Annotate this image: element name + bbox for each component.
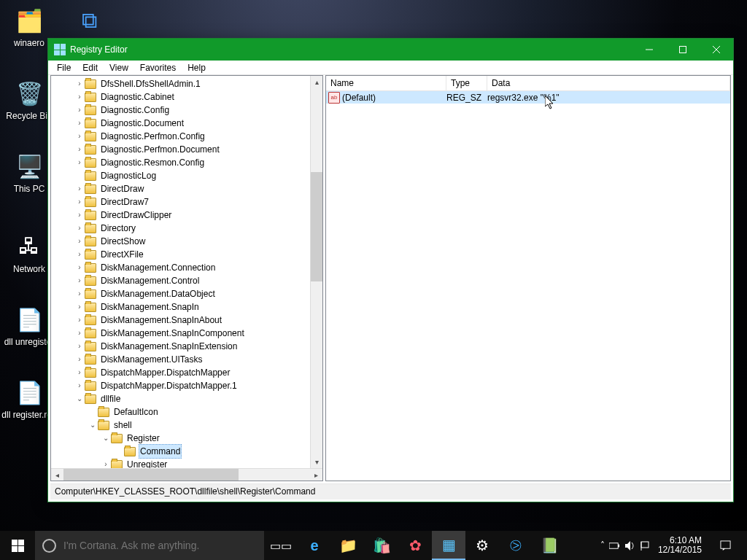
maximize-button[interactable] <box>666 39 700 61</box>
tree-node[interactable]: ›DiskManagement.SnapInExtension <box>54 340 322 353</box>
tree-node[interactable]: ⌄shell <box>54 419 322 432</box>
chevron-right-icon[interactable]: › <box>74 314 85 327</box>
desktop-icon-scripts[interactable]: ⧉ <box>61 4 117 38</box>
chevron-right-icon[interactable]: › <box>74 156 85 169</box>
tree-node[interactable]: ›Diagnostic.Document <box>54 117 322 130</box>
chevron-right-icon[interactable]: › <box>74 235 85 248</box>
taskbar-app1[interactable]: ✿ <box>398 531 432 560</box>
battery-icon[interactable] <box>609 540 620 551</box>
titlebar[interactable]: Registry Editor <box>48 39 733 61</box>
taskbar-edge[interactable]: e <box>298 531 331 560</box>
tree-vertical-scrollbar[interactable]: ▴ ▾ <box>310 76 322 468</box>
tree-node[interactable]: DefaultIcon <box>54 405 322 419</box>
tree-node[interactable]: DiagnosticLog <box>54 169 322 182</box>
tree-node[interactable]: ›DiskManagement.DataObject <box>54 287 322 300</box>
tree-node[interactable]: ›Diagnostic.Cabinet <box>54 90 322 104</box>
tree-node[interactable]: ›DirectDraw7 <box>54 195 322 209</box>
start-button[interactable] <box>0 531 35 560</box>
tree-node[interactable]: ›Diagnostic.Perfmon.Document <box>54 143 322 156</box>
chevron-right-icon[interactable]: › <box>74 222 85 235</box>
tree-node[interactable]: ⌄Register <box>54 432 322 445</box>
chevron-right-icon[interactable]: › <box>74 90 85 104</box>
tree-node[interactable]: ›DiskManagement.UITasks <box>54 353 322 366</box>
tree-node[interactable]: ›DiskManagement.SnapIn <box>54 300 322 314</box>
chevron-down-icon[interactable]: ⌄ <box>88 419 98 432</box>
col-header-type[interactable]: Type <box>446 76 487 90</box>
values-list[interactable]: ab(Default)REG_SZregsvr32.exe "%1" <box>326 91 730 481</box>
chevron-right-icon[interactable]: › <box>74 353 85 366</box>
chevron-right-icon[interactable]: › <box>74 300 85 314</box>
chevron-right-icon[interactable]: › <box>74 287 85 300</box>
scroll-down-icon[interactable]: ▾ <box>311 456 322 468</box>
chevron-right-icon[interactable]: › <box>74 366 85 379</box>
values-header[interactable]: Name Type Data <box>326 76 730 91</box>
task-view-button[interactable]: ▭▭ <box>264 531 298 560</box>
scroll-left-icon[interactable]: ◂ <box>51 469 63 481</box>
tree-node[interactable]: ›DispatchMapper.DispatchMapper <box>54 366 322 379</box>
col-header-name[interactable]: Name <box>326 76 446 90</box>
chevron-right-icon[interactable]: › <box>101 458 111 468</box>
scroll-thumb[interactable] <box>63 469 239 481</box>
search-input[interactable] <box>63 540 257 551</box>
chevron-right-icon[interactable]: › <box>74 327 85 340</box>
tree-node[interactable]: ›DirectShow <box>54 235 322 248</box>
tree-node[interactable]: ›Diagnostic.Resmon.Config <box>54 156 322 169</box>
tree-node[interactable]: ›Unregister <box>54 458 322 468</box>
tree-node[interactable]: ›DiskManagement.Connection <box>54 261 322 274</box>
taskbar-store[interactable]: 🛍️ <box>365 531 398 560</box>
flag-icon[interactable] <box>640 540 651 551</box>
close-button[interactable] <box>700 39 733 61</box>
tree-node[interactable]: ›DispatchMapper.DispatchMapper.1 <box>54 379 322 392</box>
taskbar-regedit[interactable]: ▦ <box>432 531 465 560</box>
tree-node[interactable]: ›DirectDrawClipper <box>54 209 322 222</box>
tree-horizontal-scrollbar[interactable]: ◂ ▸ <box>51 468 322 481</box>
menu-help[interactable]: Help <box>182 61 212 74</box>
chevron-right-icon[interactable]: › <box>74 261 85 274</box>
chevron-right-icon[interactable]: › <box>74 182 85 195</box>
chevron-right-icon[interactable]: › <box>74 340 85 353</box>
chevron-right-icon[interactable]: › <box>74 77 85 90</box>
tree-node[interactable]: ›DiskManagement.SnapInComponent <box>54 327 322 340</box>
tree-node[interactable]: ›DirectDraw <box>54 182 322 195</box>
taskbar-clock[interactable]: 6:10 AM 12/14/2015 <box>655 536 705 555</box>
action-center-button[interactable] <box>709 540 741 551</box>
taskbar-powershell[interactable]: ⧁ <box>499 531 533 560</box>
menu-favorites[interactable]: Favorites <box>134 61 182 74</box>
menu-edit[interactable]: Edit <box>77 61 104 74</box>
taskbar-explorer[interactable]: 📁 <box>331 531 365 560</box>
chevron-right-icon[interactable]: › <box>74 130 85 143</box>
chevron-down-icon[interactable]: ⌄ <box>74 392 85 405</box>
tree-node[interactable]: ⌄dllfile <box>54 392 322 405</box>
chevron-right-icon[interactable]: › <box>74 143 85 156</box>
tray-chevron-icon[interactable]: ˄ <box>600 540 605 551</box>
chevron-right-icon[interactable]: › <box>74 117 85 130</box>
chevron-right-icon[interactable]: › <box>74 195 85 209</box>
tree-node[interactable]: ›Diagnostic.Perfmon.Config <box>54 130 322 143</box>
tree-node[interactable]: ›DiskManagement.SnapInAbout <box>54 314 322 327</box>
tree-node[interactable]: ›DirectXFile <box>54 248 322 261</box>
chevron-right-icon[interactable]: › <box>74 379 85 392</box>
chevron-right-icon[interactable]: › <box>74 274 85 287</box>
menu-view[interactable]: View <box>104 61 134 74</box>
tree-node[interactable]: ›Directory <box>54 222 322 235</box>
registry-tree[interactable]: ›DfsShell.DfsShellAdmin.1›Diagnostic.Cab… <box>51 76 322 468</box>
scroll-thumb[interactable] <box>311 172 322 281</box>
tree-node[interactable]: Command <box>54 445 322 458</box>
taskbar-app2[interactable]: 📗 <box>533 531 566 560</box>
chevron-right-icon[interactable]: › <box>74 209 85 222</box>
tree-node[interactable]: ›Diagnostic.Config <box>54 104 322 117</box>
scroll-up-icon[interactable]: ▴ <box>311 76 322 88</box>
taskbar-settings[interactable]: ⚙ <box>465 531 499 560</box>
minimize-button[interactable] <box>632 39 666 61</box>
menu-file[interactable]: File <box>51 61 77 74</box>
volume-icon[interactable] <box>624 540 635 551</box>
tree-node[interactable]: ›DfsShell.DfsShellAdmin.1 <box>54 77 322 90</box>
chevron-down-icon[interactable]: ⌄ <box>101 432 111 445</box>
col-header-data[interactable]: Data <box>487 76 730 90</box>
value-row[interactable]: ab(Default)REG_SZregsvr32.exe "%1" <box>326 91 730 104</box>
chevron-right-icon[interactable]: › <box>74 104 85 117</box>
scroll-right-icon[interactable]: ▸ <box>310 469 322 481</box>
chevron-right-icon[interactable]: › <box>74 248 85 261</box>
cortana-search[interactable] <box>35 531 264 560</box>
tree-node[interactable]: ›DiskManagement.Control <box>54 274 322 287</box>
